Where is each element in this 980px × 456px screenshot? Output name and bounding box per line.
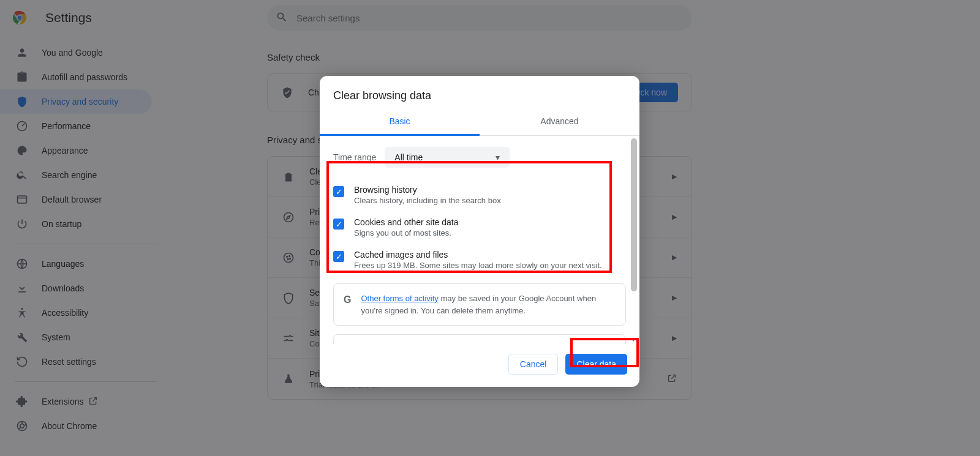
option-cookies[interactable]: ✓ Cookies and other site data Signs you … xyxy=(333,211,626,244)
scrollbar-thumb[interactable] xyxy=(631,138,637,291)
option-cached-images[interactable]: ✓ Cached images and files Frees up 319 M… xyxy=(333,244,626,276)
time-range-label: Time range xyxy=(333,152,376,162)
other-forms-link[interactable]: Other forms of activity xyxy=(361,294,438,303)
tab-advanced[interactable]: Advanced xyxy=(480,108,639,135)
scroll-down-arrow-icon[interactable]: ▼ xyxy=(630,335,637,343)
dialog-tabs: Basic Advanced xyxy=(320,108,639,136)
other-activity-info: G Other forms of activity may be saved i… xyxy=(333,283,626,326)
clear-data-button[interactable]: Clear data xyxy=(565,354,627,375)
time-range-select[interactable]: All time xyxy=(385,147,510,168)
checkbox-checked-icon[interactable]: ✓ xyxy=(333,251,344,262)
clear-browsing-data-dialog: Clear browsing data Basic Advanced Time … xyxy=(320,76,639,387)
option-browsing-history[interactable]: ✓ Browsing history Clears history, inclu… xyxy=(333,179,626,211)
dialog-actions: Cancel Clear data xyxy=(320,344,639,387)
google-g-icon: G xyxy=(344,293,351,316)
tab-basic[interactable]: Basic xyxy=(320,108,480,136)
checkbox-checked-icon[interactable]: ✓ xyxy=(333,219,344,230)
search-engine-info: Your search engine is Secure Search. See… xyxy=(333,334,626,344)
cancel-button[interactable]: Cancel xyxy=(508,354,559,375)
checkbox-checked-icon[interactable]: ✓ xyxy=(333,186,344,197)
dialog-body: Time range All time ✓ Browsing history C… xyxy=(320,136,639,344)
dialog-title: Clear browsing data xyxy=(320,76,639,108)
